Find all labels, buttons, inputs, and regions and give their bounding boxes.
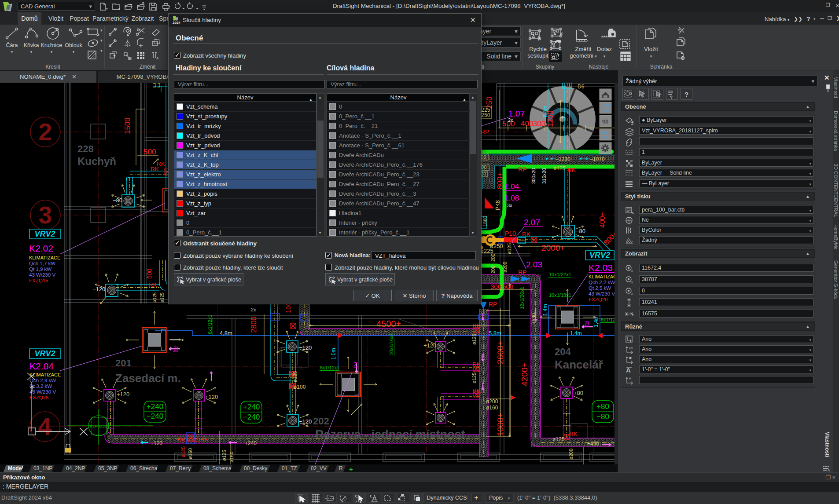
svg-text:2: 2	[38, 118, 52, 146]
svg-text:ø160: ø160	[188, 448, 193, 459]
svg-text:Qt 2,5 kW: Qt 2,5 kW	[589, 285, 611, 291]
svg-text:A: A	[156, 56, 159, 60]
svg-text:ZI: ZI	[173, 346, 178, 352]
svg-text:+240: +240	[147, 402, 163, 411]
svg-text:500: 500	[144, 148, 156, 156]
svg-text:E: E	[370, 494, 372, 498]
svg-text:ø200: ø200	[568, 449, 574, 460]
svg-text:ø125: ø125	[160, 292, 165, 303]
svg-text:12x1/26x1: 12x1/26x1	[519, 287, 525, 309]
svg-text:43 W/230 V: 43 W/230 V	[589, 291, 615, 296]
svg-text:RP: RP	[489, 301, 497, 308]
svg-text:10x1/16x1: 10x1/16x1	[389, 333, 394, 355]
svg-text:ø125: ø125	[552, 436, 565, 442]
svg-text:5,8m: 5,8m	[489, 330, 501, 336]
svg-text:+120: +120	[151, 440, 162, 446]
svg-text:?: ?	[684, 91, 688, 98]
svg-text:3x: 3x	[507, 203, 512, 208]
svg-text:ø200: ø200	[502, 262, 508, 273]
svg-text:6x1/12x1: 6x1/12x1	[207, 314, 213, 334]
svg-text:4: 4	[38, 413, 52, 440]
svg-text:2.07: 2.07	[524, 218, 540, 227]
svg-text:z: z	[631, 292, 633, 295]
svg-text:RK: RK	[567, 167, 576, 173]
svg-text:+450: +450	[587, 441, 599, 447]
svg-text:A: A	[828, 468, 830, 472]
svg-text:RK: RK	[200, 436, 209, 443]
svg-text:315x20: 315x20	[541, 168, 547, 184]
svg-text:3: 3	[38, 201, 52, 229]
svg-text:ø200: ø200	[486, 398, 498, 405]
svg-text:VRV2: VRV2	[589, 251, 610, 259]
svg-text:RK: RK	[151, 166, 159, 172]
svg-text:10x1/22x1: 10x1/22x1	[549, 272, 571, 277]
svg-text:A: A	[629, 377, 631, 380]
svg-text:VRV2: VRV2	[34, 230, 55, 238]
svg-text:Qch 2,2 kW: Qch 2,2 kW	[589, 280, 615, 285]
svg-text:Kuchyň: Kuchyň	[77, 155, 116, 167]
svg-text:2600+: 2600+	[496, 341, 505, 364]
svg-text:KLIMATIZACE: KLIMATIZACE	[29, 255, 60, 260]
svg-text:ø125: ø125	[152, 292, 157, 303]
svg-text:−120: −120	[299, 418, 312, 425]
svg-text:10x1/18x1: 10x1/18x1	[549, 292, 571, 298]
svg-text:204: 204	[555, 346, 571, 357]
svg-text:Rezerva - jednací místnost: Rezerva - jednací místnost	[315, 428, 465, 441]
svg-text:RK: RK	[522, 231, 530, 237]
svg-text:1,4m: 1,4m	[542, 304, 548, 316]
svg-text:ø160: ø160	[229, 452, 234, 463]
svg-text:200: 200	[490, 254, 496, 262]
svg-text:PK8: PK8	[495, 200, 501, 210]
svg-text:ø125: ø125	[471, 334, 477, 345]
svg-text:4200+: 4200+	[520, 363, 529, 386]
svg-text:ø125: ø125	[553, 165, 566, 172]
svg-text:228: 228	[77, 143, 94, 154]
svg-text:VRV2: VRV2	[34, 349, 55, 358]
svg-text:Z: Z	[354, 362, 357, 368]
svg-text:1,4m: 1,4m	[570, 330, 582, 336]
svg-text:−240: −240	[147, 412, 163, 420]
svg-text:+120: +120	[205, 394, 218, 400]
svg-text:K2.04: K2.04	[29, 361, 54, 371]
svg-text:FXZQ15: FXZQ15	[29, 278, 48, 283]
svg-text:1000+: 1000+	[496, 413, 505, 436]
svg-text:1,4m: 1,4m	[593, 315, 599, 327]
svg-text:ø125: ø125	[471, 373, 477, 383]
svg-text:ø125: ø125	[292, 371, 298, 382]
svg-text:RP: RP	[518, 269, 526, 276]
svg-text:−80: −80	[576, 228, 585, 234]
svg-text:1.07: 1.07	[508, 109, 525, 118]
svg-text:FXZQ25: FXZQ25	[29, 395, 48, 400]
svg-text:−120: −120	[299, 344, 312, 351]
svg-text:Qch 1,7 kW: Qch 1,7 kW	[29, 261, 55, 266]
svg-text:RK: RK	[569, 431, 578, 437]
svg-text:−1070: −1070	[590, 156, 605, 162]
svg-text:K2.03: K2.03	[589, 263, 613, 273]
svg-text:300x20: 300x20	[531, 168, 536, 184]
svg-text:2800: 2800	[250, 316, 258, 333]
svg-text:FXZQ20: FXZQ20	[589, 297, 607, 302]
svg-text:RP: RP	[481, 128, 489, 135]
svg-text:400+: 400+	[599, 212, 606, 228]
svg-text:RP: RP	[518, 166, 526, 173]
svg-text:−120: −120	[92, 286, 105, 292]
svg-text:2x: 2x	[251, 307, 256, 312]
svg-text:ZI: ZI	[585, 321, 589, 327]
svg-text:ø160: ø160	[486, 405, 498, 411]
svg-text:+120: +120	[423, 342, 436, 349]
svg-text:202: 202	[313, 416, 329, 427]
svg-text:1.08: 1.08	[504, 194, 519, 202]
svg-text:300: 300	[490, 283, 501, 290]
svg-text:400: 400	[521, 120, 533, 128]
svg-text:K2.02: K2.02	[29, 243, 53, 253]
svg-text:ø100: ø100	[294, 384, 306, 390]
svg-text:Zasedací m.: Zasedací m.	[115, 372, 181, 385]
svg-text:Kancelář: Kancelář	[555, 358, 603, 371]
svg-text:ø125: ø125	[187, 436, 200, 443]
svg-text:+240: +240	[243, 403, 260, 411]
svg-text:0.0: 0.0	[629, 347, 633, 349]
svg-text:ø125: ø125	[507, 243, 512, 254]
svg-text:y: y	[631, 281, 633, 284]
svg-text:43 W/230 V: 43 W/230 V	[29, 389, 56, 394]
svg-text:−240: −240	[243, 413, 260, 421]
